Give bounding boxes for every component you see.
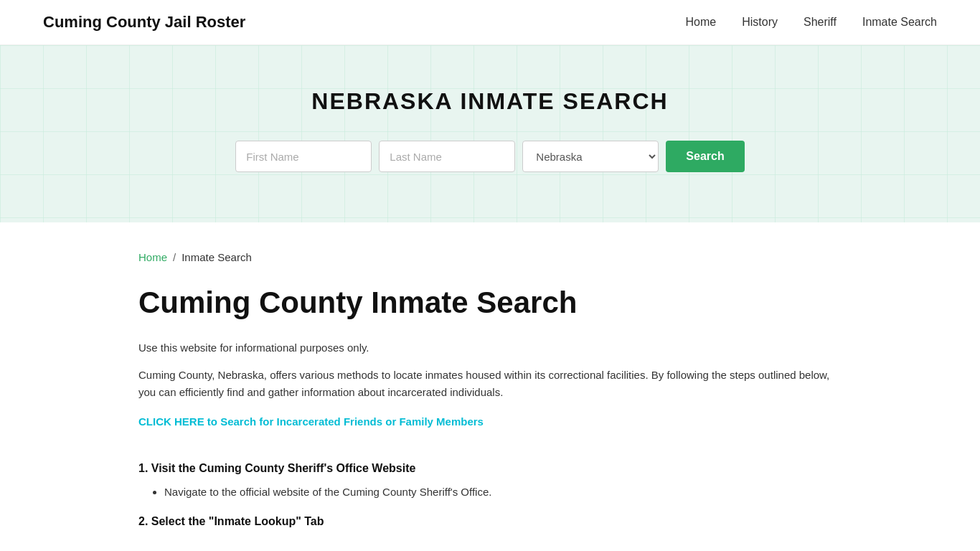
main-nav: HomeHistorySheriffInmate Search (686, 16, 937, 29)
page-title: Cuming County Inmate Search (138, 285, 842, 321)
list-item: Navigate to the official website of the … (164, 484, 842, 501)
breadcrumb-current: Inmate Search (182, 251, 252, 263)
intro-text-1: Use this website for informational purpo… (138, 339, 842, 357)
hero-title: NEBRASKA INMATE SEARCH (14, 88, 966, 115)
breadcrumb-home-link[interactable]: Home (138, 251, 167, 263)
nav-item-history[interactable]: History (742, 16, 778, 28)
cta-link[interactable]: CLICK HERE to Search for Incarcerated Fr… (138, 415, 484, 428)
step-heading: 2. Select the "Inmate Lookup" Tab (138, 515, 842, 528)
steps-container: 1. Visit the Cuming County Sheriff's Off… (138, 462, 842, 528)
site-header: Cuming County Jail Roster HomeHistoryShe… (0, 0, 980, 45)
breadcrumb-separator: / (173, 251, 176, 263)
inmate-search-form: NebraskaIowaKansasMissouriSouth Dakota S… (14, 141, 966, 172)
step-bullet-list: Navigate to the official website of the … (138, 484, 842, 501)
last-name-input[interactable] (379, 141, 515, 172)
search-button[interactable]: Search (666, 141, 744, 172)
state-select[interactable]: NebraskaIowaKansasMissouriSouth Dakota (522, 141, 659, 172)
intro-text-2: Cuming County, Nebraska, offers various … (138, 367, 842, 401)
nav-list: HomeHistorySheriffInmate Search (686, 16, 937, 29)
step-heading: 1. Visit the Cuming County Sheriff's Off… (138, 462, 842, 475)
site-logo[interactable]: Cuming County Jail Roster (43, 13, 245, 32)
main-content: Home / Inmate Search Cuming County Inmat… (95, 222, 885, 551)
hero-banner: NEBRASKA INMATE SEARCH NebraskaIowaKansa… (0, 45, 980, 222)
nav-item-inmate-search[interactable]: Inmate Search (862, 16, 937, 28)
nav-item-home[interactable]: Home (686, 16, 717, 28)
breadcrumb: Home / Inmate Search (138, 251, 842, 263)
nav-item-sheriff[interactable]: Sheriff (804, 16, 837, 28)
first-name-input[interactable] (235, 141, 372, 172)
